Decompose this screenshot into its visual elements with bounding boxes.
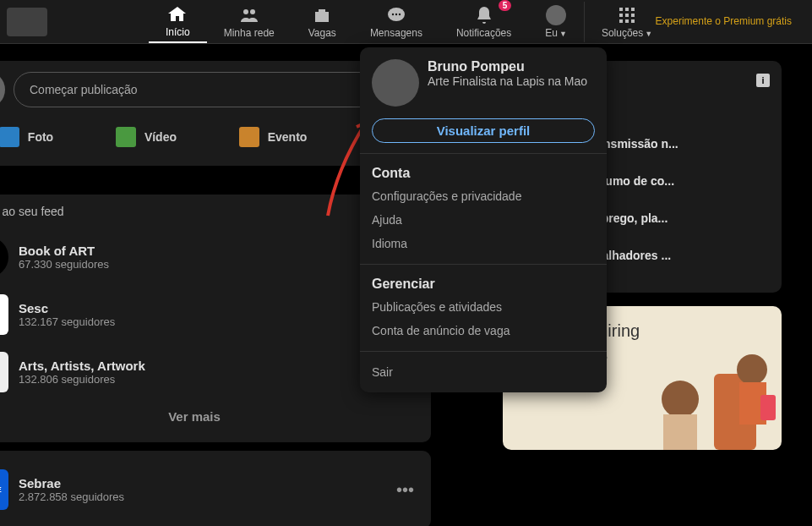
feed-item: EBRAE Sebrae 2.872.858 seguidores ••• <box>0 461 421 518</box>
svg-rect-7 <box>625 8 629 11</box>
home-icon <box>167 4 188 25</box>
org-avatar[interactable]: Sesc <box>0 294 8 335</box>
post-photo-button[interactable]: Foto <box>0 118 63 156</box>
premium-link[interactable]: Experimente o Premium grátis <box>642 14 805 29</box>
feed-card: EBRAE Sebrae 2.872.858 seguidores ••• <box>0 451 431 526</box>
post-video-label: Vídeo <box>144 130 177 144</box>
follow-suggestion: ART Book of ART 67.330 seguidores <box>0 228 421 286</box>
grid-icon <box>617 5 637 25</box>
svg-rect-20 <box>760 395 776 420</box>
notification-badge: 5 <box>499 0 512 11</box>
dropdown-avatar[interactable] <box>372 59 419 107</box>
nav-home[interactable]: Início <box>149 1 207 43</box>
org-followers: 2.872.858 seguidores <box>19 490 421 503</box>
nav-network-label: Minha rede <box>224 27 275 39</box>
dropdown-posts-link[interactable]: Publicações e atividades <box>360 295 607 319</box>
post-event-label: Evento <box>268 130 308 144</box>
ad-illustration <box>629 348 782 450</box>
add-to-feed-header: icione ao seu feed <box>0 205 421 228</box>
nav-network[interactable]: Minha rede <box>207 2 292 42</box>
bell-icon <box>474 5 494 25</box>
info-icon[interactable]: i <box>756 74 770 87</box>
dropdown-account-header: Conta <box>360 162 607 184</box>
user-avatar[interactable] <box>0 71 5 108</box>
org-avatar[interactable]: AAA <box>0 352 8 392</box>
more-options-button[interactable]: ••• <box>396 480 414 500</box>
nav-items: Início Minha rede Vagas Mensagens 5 Noti… <box>149 1 669 43</box>
dropdown-user-name: Bruno Pompeu <box>428 59 587 74</box>
dropdown-manage-header: Gerenciar <box>360 273 607 295</box>
svg-rect-13 <box>625 19 629 23</box>
search-input[interactable] <box>7 8 47 36</box>
svg-rect-8 <box>631 8 635 11</box>
avatar-icon <box>546 5 566 25</box>
svg-rect-12 <box>619 19 623 23</box>
dropdown-settings-link[interactable]: Configurações e privacidade <box>360 184 607 208</box>
nav-notifications-label: Notificações <box>456 27 511 39</box>
post-photo-label: Foto <box>28 130 53 144</box>
post-video-button[interactable]: Vídeo <box>106 118 187 156</box>
nav-me-label: Eu▼ <box>545 27 567 39</box>
nav-me[interactable]: Eu▼ <box>528 2 584 42</box>
jobs-icon <box>312 5 332 25</box>
svg-rect-9 <box>619 14 623 17</box>
nav-notifications[interactable]: 5 Notificações <box>439 2 528 42</box>
svg-rect-17 <box>663 414 697 450</box>
dropdown-language-link[interactable]: Idioma <box>360 232 607 255</box>
photo-icon <box>0 127 19 147</box>
see-more-button[interactable]: Ver mais <box>0 401 421 432</box>
dropdown-signout-link[interactable]: Sair <box>360 360 607 384</box>
svg-rect-14 <box>631 19 635 23</box>
me-dropdown: Bruno Pompeu Arte Finalista na Lapis na … <box>360 47 607 392</box>
nav-messaging[interactable]: Mensagens <box>353 2 439 42</box>
dropdown-help-link[interactable]: Ajuda <box>360 208 607 232</box>
svg-rect-11 <box>631 14 635 17</box>
org-name[interactable]: Sebrae <box>19 476 421 490</box>
svg-point-18 <box>737 354 767 385</box>
nav-messaging-label: Mensagens <box>370 27 422 39</box>
org-avatar[interactable]: EBRAE <box>0 469 8 510</box>
dropdown-job-account-link[interactable]: Conta de anúncio de vaga <box>360 319 607 342</box>
top-navigation: Início Minha rede Vagas Mensagens 5 Noti… <box>0 0 812 44</box>
org-avatar[interactable]: ART <box>0 237 8 277</box>
video-icon <box>116 127 136 147</box>
svg-point-3 <box>392 13 394 14</box>
event-icon <box>239 127 259 147</box>
svg-point-4 <box>395 13 397 14</box>
svg-point-5 <box>399 13 401 14</box>
nav-home-label: Início <box>166 26 190 38</box>
svg-rect-6 <box>619 8 623 11</box>
svg-point-1 <box>250 9 255 14</box>
nav-jobs[interactable]: Vagas <box>292 2 353 42</box>
message-icon <box>386 5 406 25</box>
svg-point-0 <box>243 9 248 14</box>
svg-rect-10 <box>625 14 629 17</box>
follow-suggestion: AAA Arts, Artists, Artwork 132.806 segui… <box>0 343 421 401</box>
nav-jobs-label: Vagas <box>308 27 336 39</box>
post-event-button[interactable]: Evento <box>229 118 318 156</box>
svg-point-16 <box>662 381 699 418</box>
view-profile-button[interactable]: Visualizar perfil <box>372 118 595 143</box>
network-icon <box>239 5 259 25</box>
follow-suggestion: Sesc Sesc 132.167 seguidores <box>0 286 421 343</box>
dropdown-user-title: Arte Finalista na Lapis na Mao <box>428 74 587 88</box>
